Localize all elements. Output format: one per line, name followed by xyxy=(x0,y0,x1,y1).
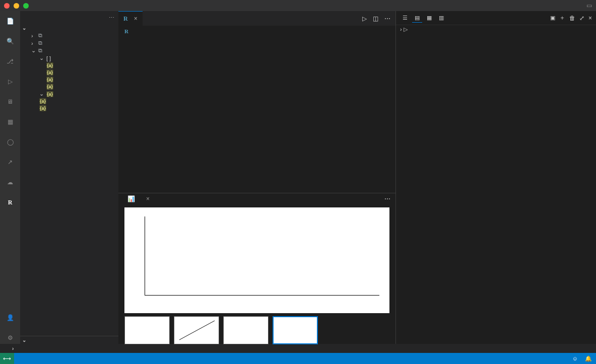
r-extension-icon[interactable]: R xyxy=(4,196,16,208)
code-editor[interactable] xyxy=(118,36,395,193)
r-file-icon: R xyxy=(124,28,128,34)
split-editor-icon[interactable]: ◫ xyxy=(373,15,378,22)
close-tab-icon[interactable]: × xyxy=(134,15,138,22)
trash-icon[interactable]: 🗑 xyxy=(569,15,575,22)
bell-icon[interactable]: 🔔 xyxy=(585,355,592,362)
debug-icon[interactable]: ▷ xyxy=(4,76,16,88)
maximize-window-button[interactable] xyxy=(23,3,29,9)
term-tab-3[interactable]: ▦ xyxy=(424,14,434,23)
extensions-icon[interactable]: ▦ xyxy=(4,116,16,128)
plot-frame xyxy=(145,216,379,296)
sidebar: ⋯ ⌄ ›⧉ ›⧉ ⌄⧉ ⌄[ ] {a} {a} {a} {a} ⌄{a} {… xyxy=(20,11,118,344)
panel-more-icon[interactable]: ⋯ xyxy=(384,195,395,202)
plot-thumbnails xyxy=(124,313,389,345)
term-tab-4[interactable]: ▥ xyxy=(436,14,446,23)
explorer-icon[interactable]: 📄 xyxy=(4,15,16,27)
remote-icon[interactable]: 🖥 xyxy=(4,96,16,108)
terminal-header: ☰ ▤ ▦ ▥ ▣ ＋ 🗑 ⤢ × xyxy=(396,11,596,25)
var-model[interactable]: ⌄{a} xyxy=(20,90,118,98)
maximize-panel-icon[interactable]: ⤢ xyxy=(579,15,584,22)
scm-icon[interactable]: ⎇ xyxy=(4,55,16,67)
cloud-icon[interactable]: ☁ xyxy=(4,176,16,188)
close-plot-tab[interactable]: × xyxy=(146,195,150,202)
minimize-window-button[interactable] xyxy=(14,3,19,9)
plot-thumb-4[interactable] xyxy=(273,316,318,344)
titlebar: ▭ xyxy=(0,0,596,11)
traffic-lights xyxy=(4,3,29,9)
new-terminal-icon[interactable]: ＋ xyxy=(559,14,565,22)
var-dt-id[interactable]: {a} xyxy=(20,62,118,69)
plot-thumb-3[interactable] xyxy=(223,316,269,344)
help-section[interactable]: ⌄ xyxy=(20,336,118,344)
var-dt-x1[interactable]: {a} xyxy=(20,69,118,76)
editor-area: R × ▷ ◫ ⋯ R 📊 × xyxy=(118,11,395,344)
term-tab-2[interactable]: ▤ xyxy=(412,14,422,23)
liveshare-icon[interactable]: ↗ xyxy=(4,156,16,168)
layout-icon[interactable]: ▭ xyxy=(586,2,592,9)
more-icon[interactable]: ⋯ xyxy=(109,15,114,21)
plot-panel: 📊 × ⋯ xyxy=(118,193,395,344)
var-n[interactable]: {a} xyxy=(20,98,118,105)
run-icon[interactable]: ▷ xyxy=(362,15,367,22)
lang-indicator[interactable]: ▣ xyxy=(550,15,555,21)
account-icon[interactable]: 👤 xyxy=(4,312,16,324)
activity-bar: 📄 🔍 ⎇ ▷ 🖥 ▦ ◯ ↗ ☁ R 👤 ⚙ xyxy=(0,11,20,344)
breadcrumb[interactable]: R xyxy=(118,26,395,36)
terminal-body[interactable] xyxy=(396,34,596,344)
loaded-namespaces[interactable]: ›⧉ xyxy=(20,39,118,47)
svg-line-0 xyxy=(179,321,215,340)
editor-tab[interactable]: R × xyxy=(118,11,143,26)
more-actions-icon[interactable]: ⋯ xyxy=(384,15,390,22)
line-gutter xyxy=(118,36,138,193)
var-dt[interactable]: ⌄[ ] xyxy=(20,54,118,62)
var-rows[interactable]: {a} xyxy=(20,105,118,112)
editor-tab-row: R × ▷ ◫ ⋯ xyxy=(118,11,395,26)
close-panel-icon[interactable]: × xyxy=(588,15,592,22)
plot-canvas[interactable] xyxy=(124,207,389,313)
plot-tab[interactable]: 📊 × xyxy=(123,193,154,204)
sidebar-header: ⋯ xyxy=(20,11,118,24)
var-dt-y[interactable]: {a} xyxy=(20,83,118,90)
terminal-pane: ☰ ▤ ▦ ▥ ▣ ＋ 🗑 ⤢ × › ▷ xyxy=(395,11,596,344)
github-icon[interactable]: ◯ xyxy=(4,136,16,148)
chart-icon: 📊 xyxy=(127,195,135,202)
search-icon[interactable]: 🔍 xyxy=(4,35,16,47)
plot-thumb-1[interactable] xyxy=(124,316,170,344)
code-content[interactable] xyxy=(138,36,395,193)
remote-status[interactable]: ⟷ xyxy=(0,353,14,364)
var-dt-x2[interactable]: {a} xyxy=(20,76,118,83)
workspace-section[interactable]: ⌄ xyxy=(20,24,118,32)
attached-namespaces[interactable]: ›⧉ xyxy=(20,32,118,39)
live-share-section[interactable]: › xyxy=(0,344,596,353)
workspace-tree: ›⧉ ›⧉ ⌄⧉ ⌄[ ] {a} {a} {a} {a} ⌄{a} {a} {… xyxy=(20,32,118,336)
r-file-icon: R xyxy=(123,15,128,23)
gear-icon[interactable]: ⚙ xyxy=(4,332,16,344)
plot-thumb-2[interactable] xyxy=(174,316,219,344)
term-tab-1[interactable]: ☰ xyxy=(400,14,410,23)
feedback-icon[interactable]: ☺ xyxy=(572,355,578,362)
statusbar: ⟷ ☺ 🔔 xyxy=(0,353,596,364)
global-environment[interactable]: ⌄⧉ xyxy=(20,47,118,54)
terminal-session-row[interactable]: › ▷ xyxy=(396,25,596,34)
close-window-button[interactable] xyxy=(4,3,10,9)
